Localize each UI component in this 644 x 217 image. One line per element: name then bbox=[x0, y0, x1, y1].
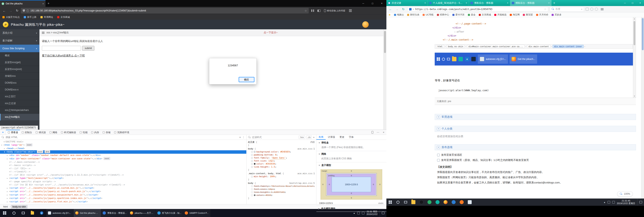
devtools-tab[interactable]: 内存 bbox=[89, 130, 101, 135]
tray-expand-icon[interactable]: ▲ bbox=[604, 201, 606, 203]
volume-icon[interactable] bbox=[362, 212, 364, 215]
tab-close-icon[interactable]: × bbox=[42, 2, 44, 5]
forward-button[interactable]: → bbox=[8, 8, 13, 13]
border-layer[interactable]: padding 0 0 0 0 1903×1229.5 bbox=[326, 173, 377, 196]
sidebar-item[interactable]: 存储型xss bbox=[0, 73, 40, 80]
back-button[interactable]: ← bbox=[2, 8, 7, 13]
bookmark-item[interactable]: 新手上路 bbox=[24, 16, 36, 19]
alert-ok-button[interactable]: 确定 bbox=[239, 77, 254, 82]
bookmark-item[interactable]: 财经头条 bbox=[407, 13, 420, 16]
bookmark-item[interactable]: 火狐官方站点 bbox=[2, 16, 20, 19]
editor-scrollbar[interactable]: ▲ ▼ bbox=[633, 17, 636, 98]
layout-tab[interactable]: 计算值 bbox=[326, 135, 337, 140]
devtools-tab[interactable]: 性能 bbox=[78, 130, 89, 135]
task-view-icon[interactable] bbox=[402, 199, 409, 206]
margin-layer[interactable]: margin 0 0 0 0 padding 0 0 bbox=[320, 169, 382, 200]
window-close-button[interactable]: × bbox=[377, 0, 386, 7]
personal-category-header[interactable]: ▾ 个人分类 bbox=[435, 126, 636, 132]
search-icon[interactable] bbox=[394, 199, 402, 206]
hint-link[interactable]: 点一下提示~ bbox=[264, 31, 278, 34]
taskbar-app-icon-button[interactable] bbox=[450, 199, 458, 206]
bookmark-item[interactable]: 爱卡汽车 bbox=[452, 13, 465, 16]
favorites-star-icon[interactable]: ★ bbox=[388, 13, 391, 16]
bookmark-item[interactable]: 天天特价 bbox=[536, 13, 548, 16]
devtools-tab[interactable]: 无障碍环境 bbox=[112, 130, 131, 135]
bookmark-item[interactable]: UC导航 bbox=[422, 13, 434, 16]
back-button[interactable]: ← bbox=[388, 7, 393, 12]
taskbar-app-icon-button[interactable] bbox=[434, 199, 442, 206]
scroll-up-icon[interactable]: ▲ bbox=[633, 18, 636, 20]
tracking-shield-icon[interactable] bbox=[23, 9, 25, 12]
menu-hamburger-icon[interactable] bbox=[601, 9, 604, 9]
tray-expand-icon[interactable]: ▲ bbox=[353, 212, 355, 214]
taskbar-app-icon-button[interactable] bbox=[426, 199, 434, 206]
taskbar-app-icon-button[interactable] bbox=[442, 199, 450, 206]
user-icon[interactable] bbox=[595, 8, 598, 11]
browser-tab[interactable]: 博客后台 - 博客园 × bbox=[469, 0, 510, 6]
url-bar[interactable]: ▾ https://i-beta.cnblogs.com/posts/edit;… bbox=[407, 7, 548, 12]
action-center-icon[interactable] bbox=[380, 209, 386, 217]
taskbar-app-icon-button[interactable] bbox=[466, 199, 474, 206]
bookmark-item[interactable]: 电脑云 bbox=[394, 13, 404, 16]
sidebar-item[interactable]: xss之htmlspecialchars bbox=[0, 107, 40, 114]
url-bar[interactable]: i 192.168.50.180:88/pikachu/vul/xss/xss_… bbox=[21, 8, 309, 13]
bookmark-item[interactable]: 常用网址 bbox=[40, 16, 53, 19]
start-button[interactable] bbox=[386, 199, 394, 206]
devtools-tab[interactable]: 存储 bbox=[101, 130, 112, 135]
edge-icon[interactable]: e bbox=[37, 209, 46, 217]
sidebar-item[interactable]: 反射型xss(post) bbox=[0, 66, 40, 73]
devtools-tab[interactable]: 控制台 bbox=[20, 130, 34, 135]
sidebar-item[interactable]: DOM型xss-x bbox=[0, 86, 40, 93]
site-info-icon[interactable]: i bbox=[26, 9, 29, 12]
scroll-down-icon[interactable]: ▼ bbox=[633, 95, 636, 97]
pseudo-class-button[interactable]: :hov bbox=[299, 136, 305, 139]
sidebar-item[interactable]: 系统介绍 ▾ bbox=[0, 29, 40, 37]
menu-hamburger-icon[interactable] bbox=[348, 8, 353, 13]
taskbar-app-button[interactable]: autoexec.cfg [D:\... bbox=[46, 209, 74, 217]
search-dropdown-icon[interactable]: ▾ bbox=[581, 8, 582, 10]
volume-icon[interactable] bbox=[612, 201, 615, 204]
editor-scrollbar-thumb[interactable] bbox=[634, 21, 635, 45]
tab-close-icon[interactable]: × bbox=[466, 1, 467, 4]
search-box[interactable]: 百度 ▾ bbox=[550, 7, 584, 12]
bookmark-star-icon[interactable]: ☆ bbox=[544, 8, 546, 11]
sidebar-item[interactable]: xss之过滤 bbox=[0, 100, 40, 107]
new-tab-button[interactable]: + bbox=[46, 0, 52, 7]
bookmark-item[interactable]: 淘宝网 bbox=[510, 13, 520, 16]
search-html-input[interactable]: 搜索 HTML bbox=[6, 136, 18, 139]
sidebar-collapse-icon[interactable] bbox=[42, 32, 44, 33]
new-tab-button[interactable]: + bbox=[552, 0, 557, 6]
content-layer[interactable]: 1903×1229.5 bbox=[332, 177, 371, 192]
bookmark-item[interactable]: 聚划算 bbox=[523, 13, 533, 16]
devtools-menu-icon[interactable]: ⋯ bbox=[375, 130, 381, 135]
add-rule-icon[interactable]: + bbox=[313, 136, 314, 139]
collapse-chevron-icon[interactable]: ▾ bbox=[437, 127, 440, 130]
browser-tab[interactable]: 个人战绩_5E对战平台 - 5E... × bbox=[428, 0, 469, 6]
page-scrollbar-thumb[interactable] bbox=[384, 31, 386, 53]
checkbox[interactable] bbox=[437, 154, 440, 156]
taskbar-app-icon-button[interactable] bbox=[458, 199, 466, 206]
browser-tab[interactable]: 历史记录 × bbox=[386, 0, 428, 6]
network-icon[interactable] bbox=[608, 201, 610, 204]
page-scrollbar[interactable] bbox=[384, 29, 386, 130]
markup-tree[interactable]: <!DOCTYPE html>▼<html lang="en">event▶<h… bbox=[0, 140, 246, 204]
add-node-icon[interactable]: + bbox=[239, 136, 241, 139]
cortana-search-icon[interactable] bbox=[9, 209, 18, 217]
network-icon[interactable] bbox=[357, 212, 360, 215]
bookmark-item[interactable]: 京东商城 bbox=[57, 16, 70, 19]
task-view-icon[interactable] bbox=[18, 209, 28, 217]
checkbox[interactable] bbox=[437, 159, 440, 162]
taskbar-app-icon-button[interactable] bbox=[418, 199, 426, 206]
bookmark-item[interactable]: 天猫精选 bbox=[494, 13, 506, 16]
message-input[interactable] bbox=[42, 46, 81, 51]
bookmark-item[interactable]: 买多多 bbox=[552, 13, 562, 16]
sidebar-item[interactable]: 暴力破解 ▾ bbox=[0, 37, 40, 45]
reload-button[interactable]: ↻ bbox=[401, 7, 406, 12]
responsive-design-icon[interactable] bbox=[370, 130, 375, 135]
layout-tab[interactable]: 更改 bbox=[337, 135, 346, 140]
bookmark-item[interactable]: 基金 bbox=[468, 13, 476, 16]
browser-page-scrollbar[interactable] bbox=[641, 17, 644, 199]
element-picker-icon[interactable]: ⌖ bbox=[0, 130, 6, 135]
publish-options-header[interactable]: ▾ 发布选项 bbox=[435, 144, 636, 150]
reload-button[interactable]: ↻ bbox=[14, 8, 20, 13]
